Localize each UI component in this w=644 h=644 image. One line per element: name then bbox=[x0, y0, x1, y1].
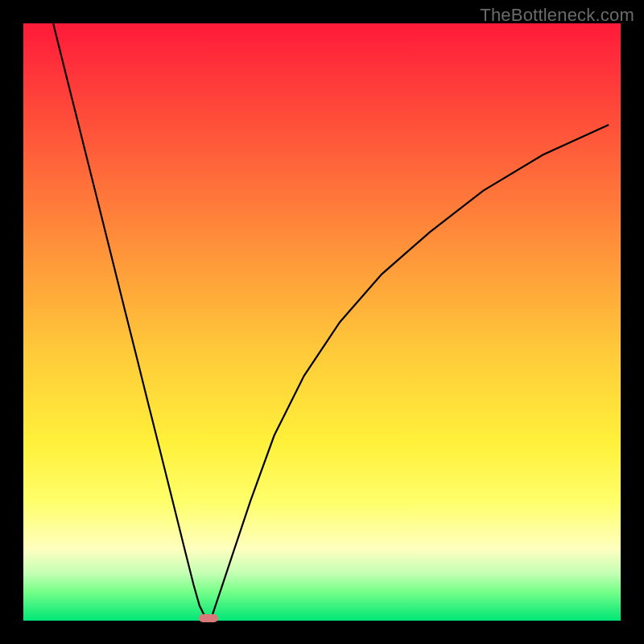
bottleneck-curve bbox=[23, 23, 621, 621]
optimal-marker bbox=[199, 614, 218, 622]
chart-area bbox=[23, 23, 621, 621]
